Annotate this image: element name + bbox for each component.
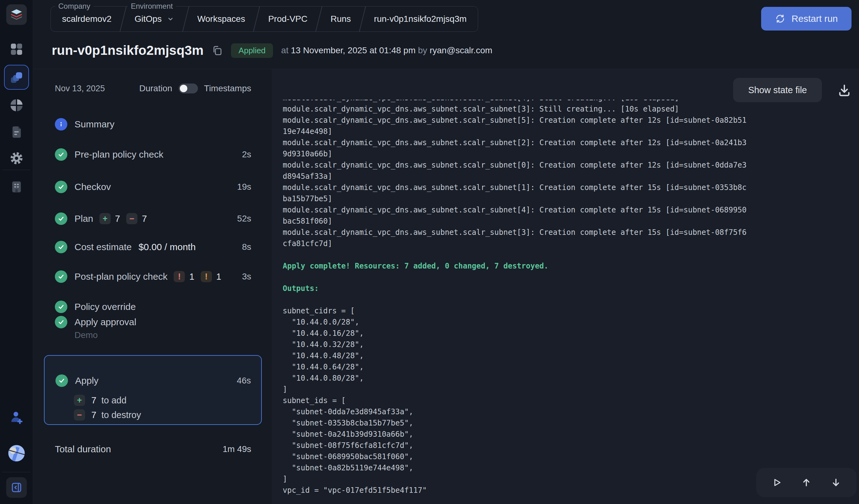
collapse-sidebar-button[interactable] [6,477,27,498]
minus-badge-icon: − [126,213,137,224]
console-line: "subnet-0689950bac581f060", [283,451,747,462]
sidebar-item-documents[interactable] [10,125,24,139]
console-line: vpc_id = "vpc-017efd51f5be4f117" [283,485,747,496]
invite-user-button[interactable] [9,410,24,425]
console-line: module.scalr_dynamic_vpc_dns.aws_subnet.… [283,159,747,182]
stage-row-apply-selected[interactable]: Apply 46s + 7 to add − 7 to destroy [44,355,262,425]
sidebar-item-runs[interactable] [4,65,29,90]
scalr-logo-icon[interactable] [6,4,27,25]
stage-label: Plan [75,213,93,224]
console-line: Apply complete! Resources: 7 added, 0 ch… [283,260,747,272]
apply-add-detail: + 7 to add [74,394,126,407]
scroll-to-top-button[interactable] [797,473,816,492]
breadcrumb-workspaces[interactable]: Workspaces [186,6,257,31]
restart-icon [775,13,785,24]
arrow-down-icon [830,477,842,488]
timestamp-by: by [418,45,427,55]
stage-row-checkov[interactable]: Checkov19s [33,180,272,194]
badge-count: 7 [115,214,120,224]
breadcrumb-company-value: scalrdemov2 [62,14,111,24]
add-text: to add [101,395,126,406]
minus-badge-icon: − [74,409,85,421]
stage-row-policy-override[interactable]: Policy override [33,299,272,314]
console-line: "10.44.0.80/28", [283,372,747,384]
stage-row-apply-approval[interactable]: Apply approval [33,315,272,330]
stage-row-pre-plan-policy-check[interactable]: Pre-plan policy check2s [33,147,272,162]
stage-label: Cost estimate [75,242,132,252]
run-stages-panel: Nov 13, 2025 Duration Timestamps Summary… [33,69,272,504]
breadcrumb-workspace[interactable]: Prod-VPC [257,6,318,31]
scroll-to-bottom-button[interactable] [827,473,845,492]
breadcrumb-company[interactable]: Company scalrdemov2 [51,6,123,31]
console-line: module.scalr_dynamic_vpc_dns.aws_subnet.… [283,100,747,103]
console-line: ] [283,473,747,485]
run-timestamp: at 13 November, 2025 at 01:48 pm by ryan… [281,45,492,56]
check-icon [56,375,68,387]
check-icon [55,212,67,225]
plus-badge-icon: + [74,395,85,406]
stage-row-cost-estimate[interactable]: Cost estimate$0.00 / month8s [33,240,272,255]
console-line: module.scalr_dynamic_vpc_dns.aws_subnet.… [283,103,747,114]
console-line: subnet_ids = [ [283,395,747,406]
stage-label: Post-plan policy check [75,271,167,282]
console-line [283,249,747,260]
author-email: ryan@scalr.com [430,45,492,55]
timestamp-value: 13 November, 2025 at 01:48 pm [291,45,416,55]
stage-label: Summary [75,119,115,129]
timestamp-at: at [281,45,288,55]
console-line: module.scalr_dynamic_vpc_dns.aws_subnet.… [283,114,747,137]
pie-chart-icon [9,98,24,112]
show-state-file-button[interactable]: Show state file [733,78,822,102]
page-title: run-v0p1nsikfo2mjsq3m [52,43,204,58]
download-log-button[interactable] [837,83,852,98]
sidebar-item-settings[interactable] [9,151,24,165]
console-line: "subnet-0a241b39d9310a66b", [283,429,747,440]
document-icon [10,125,24,139]
avatar-icon [7,444,26,462]
stage-row-summary[interactable]: Summary [33,117,272,132]
dashboard-icon [9,42,24,57]
check-icon [55,316,67,328]
stage-label: Pre-plan policy check [75,149,163,160]
breadcrumb-environment-value: GitOps [135,14,162,24]
stage-row-plan[interactable]: Plan+7−752s [33,211,272,226]
stage-duration: 19s [237,182,251,192]
log-viewport: module.scalr_dynamic_vpc_dns.aws_subnet.… [283,100,853,504]
copy-run-id-button[interactable] [212,45,223,56]
sidebar-item-dashboard[interactable] [9,42,24,57]
console-line: module.scalr_dynamic_vpc_dns.aws_subnet.… [283,182,747,204]
check-icon [55,301,67,313]
console-line: "10.44.0.48/28", [283,350,747,361]
breadcrumb-company-label: Company [55,2,93,10]
follow-log-button[interactable] [767,473,786,492]
stage-value: $0.00 / month [138,242,195,252]
console-line [283,294,747,305]
status-badge: Applied [231,43,273,58]
breadcrumb-runs[interactable]: Runs [319,6,362,31]
restart-run-label: Restart run [792,13,838,24]
stage-label: Policy override [75,302,136,312]
add-user-icon [9,410,24,425]
warning-badge-icon: ! [201,271,212,282]
console-line: "10.44.0.64/28", [283,361,747,372]
console-line: ] [283,384,747,395]
console-line: "10.44.0.32/28", [283,339,747,350]
breadcrumb-environment[interactable]: Environment GitOps [123,6,185,31]
console-line: "subnet-0dda7e3d8945af33a", [283,406,747,417]
title-row: run-v0p1nsikfo2mjsq3m Applied at 13 Nove… [52,43,493,58]
total-duration-value: 1m 49s [223,444,251,454]
restart-run-button[interactable]: Restart run [761,7,852,31]
user-avatar[interactable] [7,444,26,462]
stage-row-post-plan-policy-check[interactable]: Post-plan policy check!1!13s [33,269,272,284]
sidebar-item-reports[interactable] [9,98,24,112]
sidebar-divider [2,170,31,170]
sidebar-item-organization[interactable] [10,180,24,194]
chevron-down-icon [167,15,174,23]
breadcrumb-workspaces-value: Workspaces [197,14,245,24]
check-icon [55,241,67,253]
apply-row: Apply 46s [45,373,261,388]
breadcrumb-workspace-value: Prod-VPC [268,14,307,24]
download-icon [837,83,852,98]
breadcrumb-run-id[interactable]: run-v0p1nsikfo2mjsq3m [363,6,478,31]
breadcrumb-run-id-value: run-v0p1nsikfo2mjsq3m [374,14,467,24]
